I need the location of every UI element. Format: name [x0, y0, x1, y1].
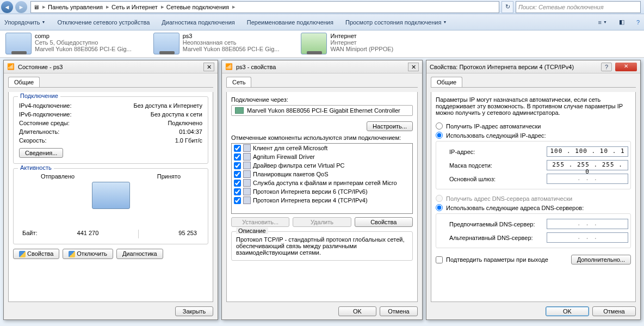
dns1-label: Предпочитаемый DNS-сервер:	[449, 221, 535, 227]
conn-device: WAN Miniport (PPPOE)	[330, 46, 393, 52]
conn-status: Интернет	[330, 39, 393, 46]
component-check[interactable]	[234, 197, 241, 204]
properties-dialog: 📶 ps3 - свойства ✕ Сеть Подключение чере…	[221, 60, 423, 320]
activity-icon	[92, 182, 130, 209]
list-item[interactable]: Протокол Интернета версии 4 (TCP/IPv4)	[232, 196, 412, 205]
list-item[interactable]: Драйвер фильтра сети Virtual PC	[232, 161, 412, 170]
auto-ip-radio[interactable]	[436, 122, 443, 130]
validate-checkbox[interactable]	[436, 256, 443, 263]
intro-text: Параметры IP могут назначаться автоматич…	[436, 96, 631, 116]
ok-button[interactable]: OK	[338, 306, 376, 316]
help-button[interactable]: ?	[636, 19, 640, 26]
conn-status: Неопознанная сеть	[183, 39, 280, 46]
component-label: Служба доступа к файлам и принтерам сете…	[253, 180, 397, 186]
gateway-input[interactable]: . . .	[547, 174, 628, 184]
duration-label: Длительность:	[19, 128, 59, 135]
ipv4-label: IPv4-подключение:	[19, 102, 72, 109]
list-item[interactable]: Планировщик пакетов QoS	[232, 170, 412, 179]
component-label: Протокол Интернета версии 6 (TCP/IPv6)	[253, 188, 368, 195]
dns1-input[interactable]: . . .	[547, 219, 628, 229]
back-button[interactable]: ◄	[1, 1, 13, 13]
tab-general[interactable]: Общие	[8, 77, 40, 87]
disable-button[interactable]: Отключить	[63, 249, 113, 259]
component-label: Драйвер фильтра сети Virtual PC	[253, 162, 344, 169]
conn-name: comp	[35, 33, 132, 39]
connection-ps3[interactable]: ps3 Неопознанная сеть Marvell Yukon 88E8…	[153, 33, 280, 57]
view-status[interactable]: Просмотр состояния подключения▼	[345, 19, 447, 26]
cancel-button[interactable]: Отмена	[592, 306, 636, 316]
component-icon	[243, 153, 251, 161]
forward-button[interactable]: ►	[15, 1, 27, 13]
view-options[interactable]: ≡ ▼	[598, 19, 607, 26]
tab-network[interactable]: Сеть	[226, 77, 251, 87]
ipv6-value: Без доступа к сети	[151, 111, 202, 118]
component-icon	[243, 144, 251, 152]
components-list[interactable]: Клиент для сетей Microsoft Agnitum Firew…	[231, 143, 413, 214]
adapter-name: Marvell Yukon 88E8056 PCI-E Gigabit Ethe…	[247, 107, 400, 114]
bytes-recv: 95 253	[178, 230, 197, 238]
adapter-mini-icon: 📶	[7, 63, 15, 70]
ipv4-dialog: Свойства: Протокол Интернета версии 4 (T…	[426, 60, 641, 320]
properties-button[interactable]: Свойства	[13, 249, 59, 259]
component-check[interactable]	[234, 162, 241, 169]
list-item[interactable]: Служба доступа к файлам и принтерам сете…	[232, 179, 412, 187]
mask-input[interactable]: 255 . 255 . 255 . 0	[547, 160, 628, 170]
component-icon	[243, 188, 251, 195]
close-button[interactable]: ✕	[203, 63, 214, 71]
component-check[interactable]	[234, 145, 241, 152]
description-title: Описание	[236, 227, 268, 234]
dialog-title: ps3 - свойства	[236, 64, 405, 70]
adapter-mini-icon: 📶	[225, 63, 233, 70]
manual-dns-radio[interactable]	[436, 204, 443, 211]
dns2-input[interactable]: . . .	[547, 232, 628, 243]
component-icon	[243, 162, 251, 169]
duration-value: 01:04:37	[179, 128, 202, 135]
remove-button: Удалить	[293, 217, 351, 227]
configure-button[interactable]: Настроить...	[367, 121, 413, 131]
list-item[interactable]: Протокол Интернета версии 6 (TCP/IPv6)	[232, 187, 412, 196]
speed-label: Скорость:	[19, 137, 47, 144]
bc-1[interactable]: Панель управления	[48, 4, 103, 10]
ok-button[interactable]: OK	[546, 306, 589, 316]
ip-input[interactable]: 100 . 100 . 10 . 1	[547, 146, 628, 157]
breadcrumb[interactable]: 🖥 ▸ Панель управления▸ Сеть и Интернет▸ …	[30, 1, 499, 13]
close-button[interactable]: ✕	[408, 63, 419, 71]
diagnose-connection[interactable]: Диагностика подключения	[162, 19, 234, 26]
diagnose-button[interactable]: Диагностика	[116, 249, 163, 259]
details-button[interactable]: Сведения...	[19, 148, 63, 158]
close-button[interactable]: ✕	[615, 63, 637, 71]
adapter-icon	[301, 33, 327, 54]
group-activity: Активность	[18, 164, 54, 171]
shield-icon	[69, 251, 75, 257]
adapter-icon	[5, 33, 32, 54]
manual-ip-radio[interactable]	[436, 132, 443, 139]
component-check[interactable]	[234, 171, 241, 178]
disable-device[interactable]: Отключение сетевого устройства	[57, 19, 150, 26]
component-check[interactable]	[234, 188, 241, 195]
search-input[interactable]: Поиск: Сетевые подключения	[516, 1, 641, 13]
component-properties-button[interactable]: Свойства	[355, 217, 413, 227]
bytes-label: Байт:	[22, 230, 38, 238]
bc-2[interactable]: Сеть и Интернет	[112, 4, 158, 10]
help-button[interactable]: ?	[601, 63, 612, 71]
component-icon	[243, 179, 251, 187]
advanced-button[interactable]: Дополнительно...	[571, 255, 631, 265]
list-item[interactable]: Клиент для сетей Microsoft	[232, 144, 412, 152]
tab-general[interactable]: Общие	[431, 77, 462, 87]
component-check[interactable]	[234, 153, 241, 161]
preview-pane[interactable]: ◧	[619, 19, 624, 26]
install-button[interactable]: Установить...	[231, 217, 289, 227]
cancel-button[interactable]: Отмена	[380, 306, 418, 316]
validate-label: Подтвердить параметры при выходе	[446, 256, 548, 263]
component-icon	[243, 170, 251, 178]
connection-comp[interactable]: comp Сеть 5, Общедоступно Marvell Yukon …	[5, 33, 132, 57]
close-dialog-button[interactable]: Закрыть	[175, 306, 213, 316]
rename-connection[interactable]: Переименование подключения	[247, 19, 333, 26]
organize-menu[interactable]: Упорядочить▼	[4, 19, 45, 26]
refresh-button[interactable]: ↻	[501, 1, 513, 13]
connection-internet[interactable]: Интернет Интернет WAN Miniport (PPPOE)	[301, 33, 393, 57]
component-check[interactable]	[234, 180, 241, 187]
list-item[interactable]: Agnitum Firewall Driver	[232, 152, 412, 161]
bc-3[interactable]: Сетевые подключения	[166, 4, 229, 10]
component-label: Планировщик пакетов QoS	[253, 171, 329, 177]
